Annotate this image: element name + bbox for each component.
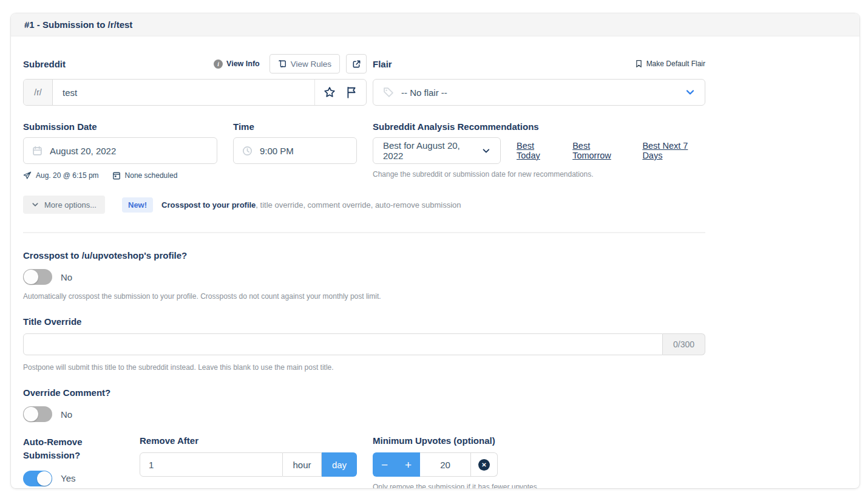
remove-after-day-button[interactable]: day <box>322 452 357 477</box>
card-body: Subreddit i View Info View Rules <box>11 36 860 488</box>
send-icon <box>23 171 32 180</box>
recommendations-section: Subreddit Analysis Recommendations Best … <box>373 121 705 180</box>
minimum-upvotes-clear-button[interactable]: ✕ <box>471 452 498 477</box>
open-subreddit-button[interactable] <box>346 54 367 73</box>
subreddit-input-group: /r/ <box>23 79 367 106</box>
subreddit-section: Subreddit i View Info View Rules <box>23 53 367 106</box>
recommendations-label: Subreddit Analysis Recommendations <box>373 121 705 132</box>
crosspost-section: Crosspost to /u/upvoteshop's profile? No… <box>23 250 705 301</box>
override-comment-section: Override Comment? No <box>23 387 705 422</box>
crosspost-helper: Automatically crosspost the submission t… <box>23 292 705 301</box>
subreddit-label: Subreddit <box>23 59 66 69</box>
scheduled-info[interactable]: None scheduled <box>112 171 178 180</box>
scroll-icon <box>278 60 287 68</box>
override-comment-toggle[interactable] <box>23 406 52 422</box>
minimum-upvotes-input[interactable] <box>420 452 471 477</box>
best-next-7-days-link[interactable]: Best Next 7 Days <box>642 141 705 160</box>
recommendations-dropdown[interactable]: Best for August 20, 2022 <box>373 137 501 164</box>
make-default-flair-label: Make Default Flair <box>646 60 705 68</box>
plus-button[interactable]: + <box>396 452 420 477</box>
override-comment-label: Override Comment? <box>23 387 110 398</box>
flair-select[interactable]: -- No flair -- <box>373 79 705 106</box>
crosspost-label: Crosspost to /u/upvoteshop's profile? <box>23 250 187 261</box>
clock-icon <box>242 146 253 156</box>
recommendations-helper: Change the subreddit or submission date … <box>373 170 705 179</box>
more-options-label: More options... <box>44 200 97 210</box>
submission-date-section: Submission Date Aug. 20 @ 6:15 pm None s… <box>23 121 217 180</box>
minimum-upvotes-label: Minimum Upvotes (optional) <box>373 435 495 446</box>
send-time-text: Aug. 20 @ 6:15 pm <box>36 171 99 180</box>
remove-after-label: Remove After <box>140 435 198 446</box>
minimum-upvotes-section: Minimum Upvotes (optional) − + ✕ Only re… <box>373 435 705 488</box>
minimum-upvotes-steppers: − + <box>373 452 420 477</box>
remove-after-section: Remove After hour day <box>140 435 357 488</box>
minus-button[interactable]: − <box>373 452 396 477</box>
scheduled-text: None scheduled <box>125 171 178 180</box>
override-comment-toggle-state: No <box>61 409 72 420</box>
crosspost-toggle-state: No <box>61 272 72 282</box>
external-link-icon <box>352 60 361 69</box>
flair-label: Flair <box>373 59 392 69</box>
more-options-rest: , title override, comment override, auto… <box>256 200 461 210</box>
make-default-flair-button[interactable]: Make Default Flair <box>635 60 705 68</box>
bookmark-icon <box>635 60 643 68</box>
auto-remove-label: Auto-Remove Submission? <box>23 435 96 462</box>
best-tomorrow-link[interactable]: Best Tomorrow <box>572 141 626 160</box>
subreddit-input-actions <box>314 80 366 105</box>
auto-remove-toggle[interactable] <box>23 471 52 486</box>
subreddit-prefix: /r/ <box>24 80 53 105</box>
remove-after-input[interactable] <box>140 452 283 477</box>
more-options-description: Crosspost to your profile, title overrid… <box>161 200 461 210</box>
time-input[interactable] <box>260 146 348 156</box>
crosspost-toggle[interactable] <box>23 269 52 285</box>
view-rules-button[interactable]: View Rules <box>270 54 340 73</box>
best-today-link[interactable]: Best Today <box>517 141 557 160</box>
submission-card: #1 - Submission to /r/test Subreddit i V… <box>11 13 860 488</box>
send-time-info[interactable]: Aug. 20 @ 6:15 pm <box>23 171 99 180</box>
submission-date-field[interactable] <box>23 137 217 164</box>
auto-remove-section: Auto-Remove Submission? Yes <box>23 435 120 488</box>
chevron-down-icon <box>685 87 695 97</box>
remove-after-hour-button[interactable]: hour <box>283 452 322 477</box>
flag-icon[interactable] <box>345 86 358 98</box>
submission-date-label: Submission Date <box>23 121 217 132</box>
chevron-down-icon <box>32 201 39 208</box>
calendar-day-icon <box>112 171 121 180</box>
subreddit-input[interactable] <box>53 80 314 105</box>
card-header: #1 - Submission to /r/test <box>11 13 860 36</box>
flair-selected-value: -- No flair -- <box>401 87 678 98</box>
calendar-icon <box>32 146 42 156</box>
favorite-star-icon[interactable] <box>324 86 336 98</box>
submission-date-input[interactable] <box>50 146 208 156</box>
view-rules-label: View Rules <box>291 60 331 69</box>
chevron-down-icon <box>482 146 490 155</box>
section-divider <box>23 232 705 233</box>
view-info-button[interactable]: i View Info <box>214 60 260 69</box>
title-override-section: Title Override 0/300 Postpone will submi… <box>23 316 705 372</box>
auto-remove-toggle-state: Yes <box>61 473 75 483</box>
minimum-upvotes-helper: Only remove the submission if it has few… <box>373 483 705 488</box>
clear-x-icon: ✕ <box>478 459 490 471</box>
new-badge: New! <box>122 197 153 213</box>
tag-icon <box>383 87 394 98</box>
time-section: Time <box>233 121 357 180</box>
more-options-button[interactable]: More options... <box>23 196 105 214</box>
view-info-label: View Info <box>226 60 260 68</box>
more-options-highlight: Crosspost to your profile <box>161 200 256 210</box>
card-title: #1 - Submission to /r/test <box>24 19 132 30</box>
title-override-counter: 0/300 <box>663 333 705 355</box>
info-icon: i <box>214 60 223 69</box>
time-field[interactable] <box>233 137 357 164</box>
flair-section: Flair Make Default Flair -- No flair -- <box>373 53 705 106</box>
title-override-label: Title Override <box>23 316 81 327</box>
title-override-helper: Postpone will submit this title to the s… <box>23 363 705 372</box>
recommendations-dropdown-value: Best for August 20, 2022 <box>383 140 475 161</box>
time-label: Time <box>233 121 357 132</box>
title-override-input[interactable] <box>23 333 663 355</box>
